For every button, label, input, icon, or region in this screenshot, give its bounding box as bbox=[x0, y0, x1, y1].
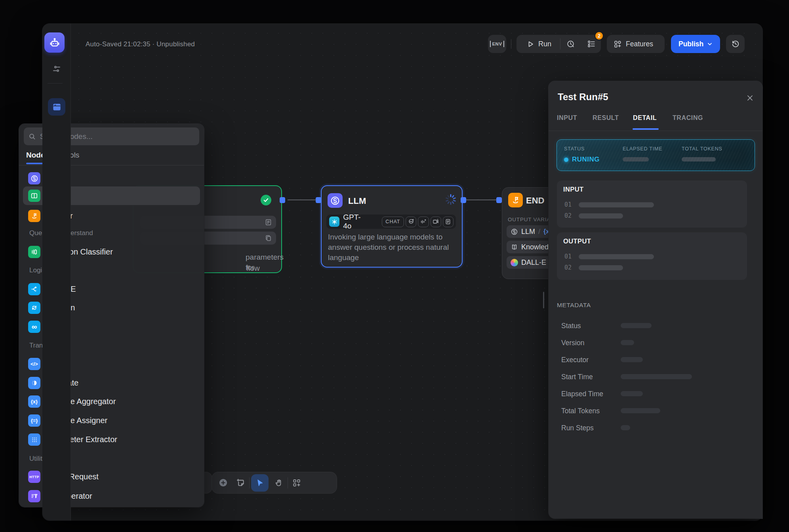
status-label: STATUS bbox=[564, 146, 585, 152]
end-pill-dalle-label: DALL-E bbox=[521, 258, 546, 267]
document-lines-icon bbox=[265, 218, 272, 226]
llm-node-title: LLM bbox=[348, 196, 366, 206]
ifelse-icon bbox=[28, 283, 40, 295]
close-panel-button[interactable] bbox=[744, 92, 755, 103]
chevron-down-icon bbox=[707, 41, 713, 47]
tabs-divider bbox=[549, 131, 762, 131]
version-history-button[interactable] bbox=[726, 35, 745, 53]
http-request-icon: HTTP bbox=[28, 471, 40, 483]
active-tab-underline bbox=[633, 128, 659, 130]
end-input-handle[interactable] bbox=[496, 197, 502, 203]
book-icon bbox=[511, 243, 518, 251]
llm-node-description: Invoking large language models to answer… bbox=[328, 232, 455, 263]
play-icon[interactable] bbox=[527, 40, 534, 48]
publish-button[interactable]: Publish bbox=[671, 35, 720, 53]
tab-input[interactable]: INPUT bbox=[557, 114, 577, 122]
llm-model-bar[interactable]: GPT-4o CHAT bbox=[326, 215, 456, 229]
end-node-title: END bbox=[526, 196, 544, 206]
meta-skeleton bbox=[621, 357, 643, 362]
env-variables-button[interactable]: ENV bbox=[488, 35, 506, 53]
pointer-mode-button[interactable] bbox=[251, 474, 269, 492]
panel-scroll-hint[interactable] bbox=[543, 292, 544, 308]
list-operator-icon bbox=[28, 490, 40, 502]
total-tokens-label: TOTAL TOKENS bbox=[682, 146, 722, 152]
answer-icon bbox=[28, 210, 40, 222]
output-card-title: OUTPUT bbox=[563, 238, 591, 245]
row-number: 01 bbox=[564, 253, 572, 260]
workflow-settings-icon[interactable] bbox=[48, 60, 65, 78]
start-node-description-fragment: flow bbox=[246, 263, 260, 274]
checklist-icon[interactable] bbox=[587, 40, 596, 48]
run-button[interactable]: Run bbox=[538, 40, 551, 48]
input-card-title: INPUT bbox=[563, 186, 584, 193]
loop-icon: ∞ bbox=[28, 321, 40, 333]
question-classifier-icon bbox=[28, 246, 40, 258]
features-button[interactable]: Features bbox=[607, 35, 665, 53]
meta-label-status: Status bbox=[561, 322, 581, 330]
features-icon bbox=[614, 40, 622, 48]
add-note-button[interactable] bbox=[232, 474, 249, 492]
document-capability-icon bbox=[443, 217, 454, 227]
run-history-timer-icon[interactable] bbox=[566, 40, 575, 48]
running-status-value: RUNING bbox=[572, 156, 600, 163]
close-icon bbox=[746, 94, 754, 102]
end-output-variables-label: OUTPUT VARIA bbox=[508, 217, 551, 222]
meta-label-start-time: Start Time bbox=[561, 373, 593, 381]
edge-llm-to-end bbox=[466, 200, 498, 200]
row-number: 02 bbox=[564, 212, 572, 219]
meta-skeleton bbox=[621, 323, 652, 328]
tab-detail[interactable]: DETAIL bbox=[633, 114, 657, 122]
app-logo-robot[interactable] bbox=[44, 32, 65, 53]
row-number: 01 bbox=[564, 201, 572, 208]
meta-skeleton bbox=[621, 374, 692, 379]
rail-divider bbox=[48, 83, 63, 84]
meta-label-version: Version bbox=[561, 339, 584, 347]
tab-result[interactable]: RESULT bbox=[593, 114, 619, 122]
history-icon bbox=[731, 40, 740, 48]
meta-label-total-tokens: Total Tokens bbox=[561, 407, 600, 415]
add-node-button[interactable] bbox=[214, 474, 232, 492]
input-card: INPUT 01 02 bbox=[557, 180, 747, 228]
llm-node-icon bbox=[328, 193, 343, 208]
tokens-skeleton bbox=[682, 157, 716, 162]
parameter-extractor-icon bbox=[28, 433, 40, 446]
input-skeleton bbox=[579, 213, 623, 218]
start-output-handle[interactable] bbox=[280, 197, 285, 203]
meta-label-executor: Executor bbox=[561, 356, 589, 364]
end-pill-separator: / bbox=[538, 228, 540, 236]
meta-skeleton bbox=[621, 391, 643, 396]
run-group-divider bbox=[560, 38, 560, 49]
llm-input-handle[interactable] bbox=[316, 197, 321, 203]
edge-start-to-llm bbox=[288, 200, 318, 200]
code-icon: </> bbox=[28, 358, 40, 370]
audio-capability-icon bbox=[418, 217, 429, 227]
meta-label-run-steps: Run Steps bbox=[561, 424, 594, 432]
llm-node[interactable]: LLM GPT-4o CHAT bbox=[321, 185, 463, 268]
tab-tracing[interactable]: TRACING bbox=[673, 114, 703, 122]
elapsed-time-label: ELAPSED TIME bbox=[623, 146, 662, 152]
robot-icon bbox=[49, 37, 61, 49]
test-run-panel: Test Run#5 INPUT RESULT DETAIL TRACING S… bbox=[549, 81, 762, 519]
publish-label: Publish bbox=[678, 40, 703, 48]
output-skeleton bbox=[579, 265, 623, 270]
preview-window-button[interactable] bbox=[48, 98, 65, 116]
llm-glyph-icon bbox=[511, 228, 518, 236]
image-capability-icon bbox=[406, 217, 416, 227]
video-capability-icon bbox=[431, 217, 441, 227]
llm-icon bbox=[28, 172, 40, 184]
search-icon bbox=[29, 133, 36, 141]
hand-mode-button[interactable] bbox=[270, 474, 288, 492]
organize-nodes-button[interactable] bbox=[288, 474, 305, 492]
llm-output-handle[interactable] bbox=[461, 197, 466, 203]
template-icon bbox=[28, 377, 40, 389]
running-spinner-icon bbox=[444, 193, 457, 206]
end-icon bbox=[28, 190, 40, 202]
checklist-count-badge: 2 bbox=[595, 31, 604, 40]
meta-skeleton bbox=[621, 408, 660, 413]
features-label: Features bbox=[626, 40, 653, 48]
variable-assigner-icon: {=} bbox=[28, 414, 40, 427]
input-skeleton bbox=[579, 202, 654, 207]
metadata-title: METADATA bbox=[557, 302, 591, 309]
end-node-icon bbox=[508, 193, 523, 207]
running-status-dot bbox=[564, 158, 568, 162]
